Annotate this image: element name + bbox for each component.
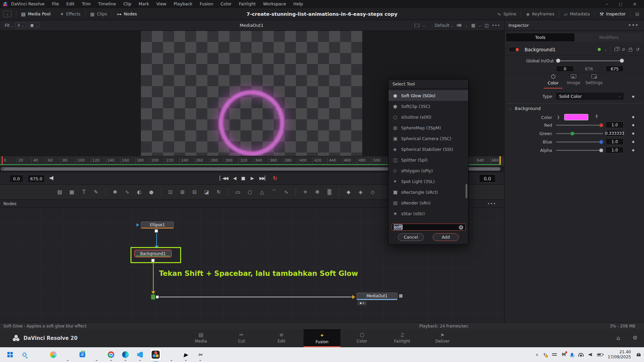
keyframe-diamond-icon[interactable]: ◆ bbox=[632, 115, 635, 119]
toolbar-clips[interactable]: ▦Clips bbox=[86, 11, 112, 17]
range-in-field[interactable]: 0.0 bbox=[10, 175, 23, 182]
fastnoise-tool-icon[interactable]: ▦ bbox=[66, 187, 78, 197]
menu-item-file[interactable]: File bbox=[48, 0, 63, 8]
color-controls-icon[interactable] bbox=[457, 23, 462, 27]
taskbar-chrome-icon[interactable] bbox=[107, 350, 115, 359]
go-to-start-button[interactable]: ▏◀◀ bbox=[220, 176, 228, 181]
blur-tool-icon[interactable]: ● bbox=[145, 187, 157, 197]
particle-render-tool-icon[interactable]: ▒ bbox=[323, 187, 335, 197]
tab-settings[interactable]: Settings bbox=[585, 74, 603, 85]
tool-item-srectangle-srct[interactable]: ■sRectangle (sRct) bbox=[388, 187, 468, 197]
tool-item-srender-srn[interactable]: ▤sRender (sRn) bbox=[388, 197, 468, 208]
keyframe-diamond-icon[interactable]: ◆ bbox=[632, 123, 635, 127]
taskbar-quick-share-icon[interactable] bbox=[92, 350, 101, 359]
maximize-button[interactable]: ▢ bbox=[619, 2, 622, 6]
zoom-fit-dropdown[interactable]: Fit ⌄ bbox=[5, 23, 13, 28]
green-slider-knob[interactable] bbox=[571, 132, 574, 135]
merge-node-connector[interactable] bbox=[151, 294, 155, 300]
menu-item-edit[interactable]: Edit bbox=[63, 0, 78, 8]
taskbar-davinci-resolve-icon[interactable] bbox=[150, 349, 161, 361]
menu-item-fairlight[interactable]: Fairlight bbox=[235, 0, 259, 8]
dialog-scrollbar[interactable] bbox=[466, 184, 467, 198]
blue-slider-knob[interactable] bbox=[599, 140, 603, 144]
keyframe-diamond-icon[interactable]: ◆ bbox=[632, 148, 635, 152]
background-tool-icon[interactable]: ▨ bbox=[54, 187, 66, 197]
global-in-knob[interactable] bbox=[556, 59, 560, 63]
node-background1[interactable]: Background1 bbox=[134, 250, 172, 257]
tool-item-spherical-stabilizer-sst[interactable]: ◈Spherical Stabilizer (SSt) bbox=[388, 144, 468, 155]
alpha-slider-knob[interactable] bbox=[599, 148, 603, 152]
green-slider[interactable] bbox=[556, 133, 603, 134]
shape3d-tool-icon[interactable]: ◆ bbox=[342, 187, 355, 197]
type-dropdown[interactable]: Solid Color⌄ bbox=[556, 93, 624, 100]
tool-item-spot-light-3sl[interactable]: ✦Spot Light (3SL) bbox=[388, 176, 468, 187]
view-mode-button[interactable]: ■ ⌄ bbox=[28, 22, 40, 28]
taskbar-copilot-icon[interactable] bbox=[49, 350, 58, 359]
node-enable-toggle[interactable] bbox=[508, 47, 520, 52]
background-section-header[interactable]: ⌄ Background bbox=[509, 106, 541, 111]
taskbar-file-explorer-icon[interactable] bbox=[63, 350, 72, 359]
ellipse-mask-tool-icon[interactable]: ○ bbox=[244, 187, 256, 197]
menu-item-workspace[interactable]: Workspace bbox=[259, 0, 289, 8]
channel-select-button[interactable]: A ⌄ bbox=[15, 22, 26, 28]
microphone-icon[interactable] bbox=[571, 353, 573, 356]
notification-bell-icon[interactable] bbox=[637, 353, 641, 356]
page-tab-deliver[interactable]: ➤Deliver bbox=[424, 329, 461, 346]
background-output-connector[interactable] bbox=[151, 259, 155, 262]
tool-item-sstar-sstr[interactable]: ★sStar (sStr) bbox=[388, 208, 468, 219]
range-end-marker[interactable] bbox=[499, 156, 501, 165]
reset-icon[interactable]: ↺ bbox=[636, 47, 640, 52]
close-button[interactable]: ✕ bbox=[633, 2, 637, 7]
taskbar-media-player-icon[interactable]: ▶ bbox=[181, 350, 190, 359]
alpha-slider[interactable] bbox=[556, 150, 603, 151]
node-ellipse1[interactable]: Ellipse1 bbox=[141, 222, 174, 229]
play-button[interactable]: ▶ bbox=[251, 176, 254, 181]
menu-item-trim[interactable]: Trim bbox=[78, 0, 95, 8]
cancel-button[interactable]: Cancel bbox=[398, 233, 424, 241]
taskbar-edge-icon[interactable] bbox=[121, 350, 130, 359]
step-back-button[interactable]: ◀ bbox=[233, 176, 236, 181]
guides-grid-icon[interactable]: ▦ bbox=[471, 23, 475, 28]
wifi-icon[interactable] bbox=[578, 353, 584, 357]
menu-item-playback[interactable]: Playback bbox=[170, 0, 196, 8]
playhead-marker[interactable] bbox=[2, 156, 3, 164]
output-connector-small[interactable] bbox=[156, 296, 159, 298]
keyframe-diamond-icon[interactable]: ◆ bbox=[632, 131, 635, 135]
taskbar-store-icon[interactable] bbox=[78, 350, 87, 359]
rectangle-mask-tool-icon[interactable]: ▭ bbox=[232, 187, 244, 197]
tab-color[interactable]: Color bbox=[544, 74, 562, 85]
stop-button[interactable]: ■ bbox=[241, 176, 245, 181]
go-to-end-button[interactable]: ▶▶▏ bbox=[259, 176, 267, 181]
taskbar-search-icon[interactable] bbox=[20, 350, 29, 359]
tool-item-splitter-spl[interactable]: ◫Splitter (Spl) bbox=[388, 155, 468, 165]
pin-icon[interactable]: ⚲ bbox=[621, 47, 626, 52]
blue-slider[interactable] bbox=[556, 141, 603, 142]
menu-item-help[interactable]: Help bbox=[290, 0, 307, 8]
current-frame-field[interactable]: 0.0 bbox=[479, 174, 496, 183]
menu-item-davinci-resolve[interactable]: DaVinci Resolve bbox=[10, 0, 48, 8]
clear-search-icon[interactable]: ✖ bbox=[459, 225, 463, 230]
settings-gear-icon[interactable]: ⚙ bbox=[633, 335, 637, 341]
roi-icon[interactable] bbox=[415, 24, 419, 27]
red-slider-knob[interactable] bbox=[599, 123, 603, 127]
toolbar-inspector[interactable]: ⚒Inspector bbox=[595, 11, 630, 17]
dissolve-tool-icon[interactable]: ⊞ bbox=[176, 187, 189, 197]
m-app-icon[interactable]: M bbox=[562, 352, 566, 357]
menu-item-view[interactable]: View bbox=[153, 0, 170, 8]
page-tab-fairlight[interactable]: ♫Fairlight bbox=[384, 329, 421, 346]
particle-emitter-tool-icon[interactable]: ✳ bbox=[299, 187, 311, 197]
global-in-field[interactable]: 0 bbox=[556, 66, 574, 72]
keyframe-diamond-icon[interactable]: ◆ bbox=[632, 95, 635, 98]
add-button[interactable]: Add bbox=[433, 233, 459, 241]
text-tool-icon[interactable]: T bbox=[78, 187, 90, 197]
toolbar-metadata[interactable]: ▱Metadata bbox=[559, 11, 594, 17]
taskbar-snipping-tool-icon[interactable]: ✂ bbox=[196, 350, 205, 359]
tool-item-spheremap-3spm[interactable]: ◍SphereMap (3SpM) bbox=[388, 122, 468, 133]
red-value-field[interactable]: 1.0 bbox=[606, 122, 624, 128]
color-swatch[interactable] bbox=[564, 114, 588, 120]
minimize-button[interactable]: ─ bbox=[606, 2, 608, 6]
menu-item-clip[interactable]: Clip bbox=[120, 0, 135, 8]
merge-multi-tool-icon[interactable]: ⊟ bbox=[189, 187, 201, 197]
brightness-contrast-tool-icon[interactable]: ◐ bbox=[133, 187, 145, 197]
matte-control-tool-icon[interactable]: ◪ bbox=[201, 187, 213, 197]
